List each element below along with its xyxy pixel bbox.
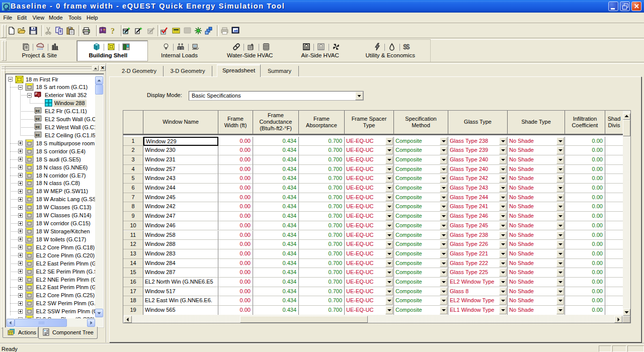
svg-text:F: F: [35, 92, 38, 96]
svg-text:$$: $$: [403, 43, 410, 51]
svg-text:Int: Int: [36, 125, 40, 129]
svg-text:Int: Int: [36, 132, 40, 137]
svg-text:?: ?: [111, 27, 115, 35]
svg-text:Int: Int: [36, 117, 40, 121]
svg-text:Int: Int: [36, 109, 40, 113]
